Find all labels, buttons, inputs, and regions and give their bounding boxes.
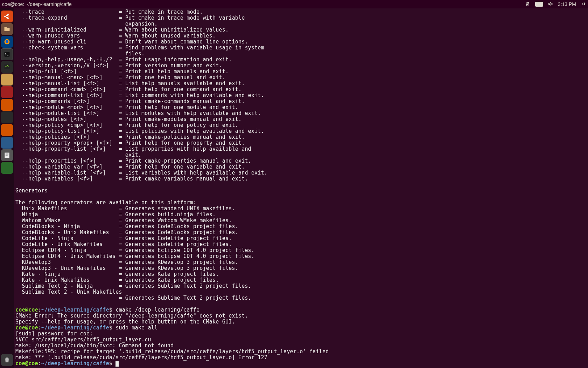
- dash-icon[interactable]: [1, 11, 13, 22]
- svg-point-5: [6, 40, 8, 43]
- indicator-area: En 3:13 PM: [525, 1, 586, 7]
- system-monitor-icon[interactable]: [1, 61, 13, 73]
- trash-icon[interactable]: [1, 354, 13, 366]
- terminal-icon[interactable]: [1, 48, 13, 60]
- clock[interactable]: 3:13 PM: [558, 1, 576, 7]
- window-title: coe@coe: ~/deep-learning/caffe: [2, 1, 72, 7]
- firefox-icon[interactable]: [1, 36, 13, 48]
- svg-point-3: [6, 15, 8, 18]
- app-icon-5[interactable]: [1, 124, 13, 136]
- terminal-output[interactable]: --trace = Put cmake in trace mode. --tra…: [14, 8, 588, 368]
- top-panel: coe@coe: ~/deep-learning/caffe En 3:13 P…: [0, 0, 588, 8]
- cursor: [115, 361, 119, 367]
- app-icon-6[interactable]: [1, 137, 13, 149]
- app-icon-4[interactable]: [1, 111, 13, 123]
- text-editor-icon[interactable]: [1, 149, 13, 161]
- network-icon[interactable]: [525, 1, 530, 7]
- app-icon-1[interactable]: [1, 74, 13, 86]
- app-icon-2[interactable]: [1, 86, 13, 98]
- svg-point-1: [7, 14, 9, 15]
- volume-icon[interactable]: [548, 1, 553, 7]
- app-icon-3[interactable]: [1, 99, 13, 111]
- files-icon[interactable]: [1, 23, 13, 35]
- svg-rect-8: [5, 153, 9, 158]
- svg-point-2: [7, 18, 9, 19]
- svg-rect-6: [5, 52, 10, 56]
- keyboard-indicator[interactable]: En: [535, 2, 543, 7]
- app-icon-7[interactable]: [1, 162, 13, 174]
- gear-icon[interactable]: [581, 1, 586, 7]
- unity-launcher: [0, 8, 14, 368]
